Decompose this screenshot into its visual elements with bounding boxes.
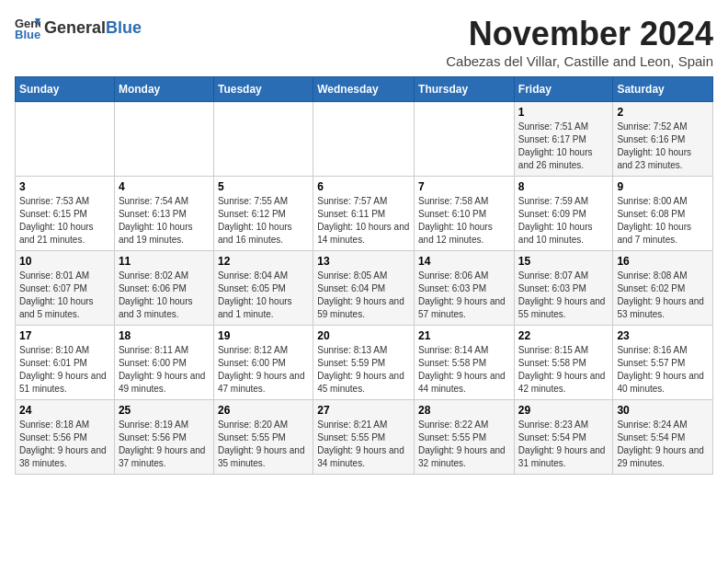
calendar-body: 1Sunrise: 7:51 AM Sunset: 6:17 PM Daylig…: [16, 102, 713, 475]
day-number: 11: [119, 255, 210, 268]
day-number: 13: [317, 255, 410, 268]
calendar-cell: [213, 102, 313, 177]
calendar-week-5: 24Sunrise: 8:18 AM Sunset: 5:56 PM Dayli…: [16, 400, 713, 475]
day-number: 21: [418, 329, 510, 342]
day-number: 15: [518, 255, 609, 268]
calendar-cell: 12Sunrise: 8:04 AM Sunset: 6:05 PM Dayli…: [213, 251, 313, 326]
day-info: Sunrise: 8:08 AM Sunset: 6:02 PM Dayligh…: [617, 270, 709, 321]
logo-icon: General Blue: [15, 15, 40, 40]
day-number: 8: [518, 180, 609, 193]
calendar-cell: 10Sunrise: 8:01 AM Sunset: 6:07 PM Dayli…: [16, 251, 115, 326]
col-sunday: Sunday: [16, 77, 115, 102]
header-row: Sunday Monday Tuesday Wednesday Thursday…: [16, 77, 713, 102]
calendar-cell: 24Sunrise: 8:18 AM Sunset: 5:56 PM Dayli…: [16, 400, 115, 475]
day-number: 20: [317, 329, 410, 342]
calendar-week-4: 17Sunrise: 8:10 AM Sunset: 6:01 PM Dayli…: [16, 326, 713, 400]
day-info: Sunrise: 8:19 AM Sunset: 5:56 PM Dayligh…: [119, 419, 210, 470]
calendar-cell: 9Sunrise: 8:00 AM Sunset: 6:08 PM Daylig…: [613, 177, 713, 251]
day-number: 5: [218, 180, 309, 193]
day-number: 2: [617, 106, 709, 119]
col-monday: Monday: [114, 77, 213, 102]
day-number: 7: [418, 180, 510, 193]
day-info: Sunrise: 8:14 AM Sunset: 5:58 PM Dayligh…: [418, 344, 510, 396]
calendar-cell: 2Sunrise: 7:52 AM Sunset: 6:16 PM Daylig…: [613, 102, 713, 177]
calendar-cell: [114, 102, 213, 177]
calendar-cell: 23Sunrise: 8:16 AM Sunset: 5:57 PM Dayli…: [613, 326, 713, 400]
day-info: Sunrise: 7:52 AM Sunset: 6:16 PM Dayligh…: [617, 121, 709, 172]
day-number: 9: [617, 180, 709, 193]
calendar-week-3: 10Sunrise: 8:01 AM Sunset: 6:07 PM Dayli…: [16, 251, 713, 326]
calendar-cell: 1Sunrise: 7:51 AM Sunset: 6:17 PM Daylig…: [514, 102, 613, 177]
title-area: November 2024 Cabezas del Villar, Castil…: [446, 15, 713, 69]
day-info: Sunrise: 8:04 AM Sunset: 6:05 PM Dayligh…: [218, 270, 309, 321]
calendar-cell: 3Sunrise: 7:53 AM Sunset: 6:15 PM Daylig…: [16, 177, 115, 251]
page-header: General Blue GeneralBlue November 2024 C…: [15, 15, 713, 69]
day-info: Sunrise: 7:57 AM Sunset: 6:11 PM Dayligh…: [317, 195, 410, 247]
calendar-cell: 27Sunrise: 8:21 AM Sunset: 5:55 PM Dayli…: [313, 400, 415, 475]
day-info: Sunrise: 8:07 AM Sunset: 6:03 PM Dayligh…: [518, 270, 609, 321]
logo-general-text: General: [44, 18, 106, 38]
day-number: 30: [617, 404, 709, 417]
calendar-week-1: 1Sunrise: 7:51 AM Sunset: 6:17 PM Daylig…: [16, 102, 713, 177]
day-info: Sunrise: 8:10 AM Sunset: 6:01 PM Dayligh…: [19, 344, 110, 396]
calendar-cell: 22Sunrise: 8:15 AM Sunset: 5:58 PM Dayli…: [514, 326, 613, 400]
calendar-cell: 18Sunrise: 8:11 AM Sunset: 6:00 PM Dayli…: [114, 326, 213, 400]
calendar-cell: 26Sunrise: 8:20 AM Sunset: 5:55 PM Dayli…: [213, 400, 313, 475]
day-number: 27: [317, 404, 410, 417]
day-info: Sunrise: 7:53 AM Sunset: 6:15 PM Dayligh…: [19, 195, 110, 247]
day-info: Sunrise: 7:59 AM Sunset: 6:09 PM Dayligh…: [518, 195, 609, 247]
calendar-cell: 21Sunrise: 8:14 AM Sunset: 5:58 PM Dayli…: [415, 326, 515, 400]
day-number: 1: [518, 106, 609, 119]
calendar-cell: 16Sunrise: 8:08 AM Sunset: 6:02 PM Dayli…: [613, 251, 713, 326]
day-number: 25: [119, 404, 210, 417]
page-title: November 2024: [446, 15, 713, 53]
day-info: Sunrise: 8:22 AM Sunset: 5:55 PM Dayligh…: [418, 419, 510, 470]
calendar-cell: 28Sunrise: 8:22 AM Sunset: 5:55 PM Dayli…: [415, 400, 515, 475]
col-friday: Friday: [514, 77, 613, 102]
calendar-cell: [313, 102, 415, 177]
col-saturday: Saturday: [613, 77, 713, 102]
day-info: Sunrise: 8:11 AM Sunset: 6:00 PM Dayligh…: [119, 344, 210, 396]
day-info: Sunrise: 8:05 AM Sunset: 6:04 PM Dayligh…: [317, 270, 410, 321]
calendar-cell: 25Sunrise: 8:19 AM Sunset: 5:56 PM Dayli…: [114, 400, 213, 475]
calendar-cell: 15Sunrise: 8:07 AM Sunset: 6:03 PM Dayli…: [514, 251, 613, 326]
day-info: Sunrise: 7:54 AM Sunset: 6:13 PM Dayligh…: [119, 195, 210, 247]
day-number: 6: [317, 180, 410, 193]
day-info: Sunrise: 8:21 AM Sunset: 5:55 PM Dayligh…: [317, 419, 410, 470]
calendar-cell: 13Sunrise: 8:05 AM Sunset: 6:04 PM Dayli…: [313, 251, 415, 326]
logo-blue-text: Blue: [106, 18, 142, 38]
svg-text:Blue: Blue: [15, 28, 40, 40]
calendar-cell: 20Sunrise: 8:13 AM Sunset: 5:59 PM Dayli…: [313, 326, 415, 400]
day-info: Sunrise: 8:00 AM Sunset: 6:08 PM Dayligh…: [617, 195, 709, 247]
day-number: 28: [418, 404, 510, 417]
calendar-cell: 5Sunrise: 7:55 AM Sunset: 6:12 PM Daylig…: [213, 177, 313, 251]
day-number: 24: [19, 404, 110, 417]
col-tuesday: Tuesday: [213, 77, 313, 102]
calendar-cell: [415, 102, 515, 177]
day-number: 3: [19, 180, 110, 193]
day-number: 26: [218, 404, 309, 417]
calendar-cell: 6Sunrise: 7:57 AM Sunset: 6:11 PM Daylig…: [313, 177, 415, 251]
day-number: 16: [617, 255, 709, 268]
calendar-header: Sunday Monday Tuesday Wednesday Thursday…: [16, 77, 713, 102]
day-number: 17: [19, 329, 110, 342]
calendar-cell: 29Sunrise: 8:23 AM Sunset: 5:54 PM Dayli…: [514, 400, 613, 475]
day-number: 12: [218, 255, 309, 268]
day-info: Sunrise: 8:20 AM Sunset: 5:55 PM Dayligh…: [218, 419, 309, 470]
day-info: Sunrise: 8:24 AM Sunset: 5:54 PM Dayligh…: [617, 419, 709, 470]
day-info: Sunrise: 7:55 AM Sunset: 6:12 PM Dayligh…: [218, 195, 309, 247]
col-thursday: Thursday: [415, 77, 515, 102]
day-number: 19: [218, 329, 309, 342]
day-number: 23: [617, 329, 709, 342]
calendar-week-2: 3Sunrise: 7:53 AM Sunset: 6:15 PM Daylig…: [16, 177, 713, 251]
calendar-table: Sunday Monday Tuesday Wednesday Thursday…: [15, 76, 713, 475]
day-number: 10: [19, 255, 110, 268]
calendar-cell: 30Sunrise: 8:24 AM Sunset: 5:54 PM Dayli…: [613, 400, 713, 475]
day-number: 14: [418, 255, 510, 268]
calendar-cell: 17Sunrise: 8:10 AM Sunset: 6:01 PM Dayli…: [16, 326, 115, 400]
calendar-cell: 4Sunrise: 7:54 AM Sunset: 6:13 PM Daylig…: [114, 177, 213, 251]
day-info: Sunrise: 7:51 AM Sunset: 6:17 PM Dayligh…: [518, 121, 609, 172]
calendar-cell: [16, 102, 115, 177]
calendar-cell: 14Sunrise: 8:06 AM Sunset: 6:03 PM Dayli…: [415, 251, 515, 326]
day-info: Sunrise: 8:02 AM Sunset: 6:06 PM Dayligh…: [119, 270, 210, 321]
